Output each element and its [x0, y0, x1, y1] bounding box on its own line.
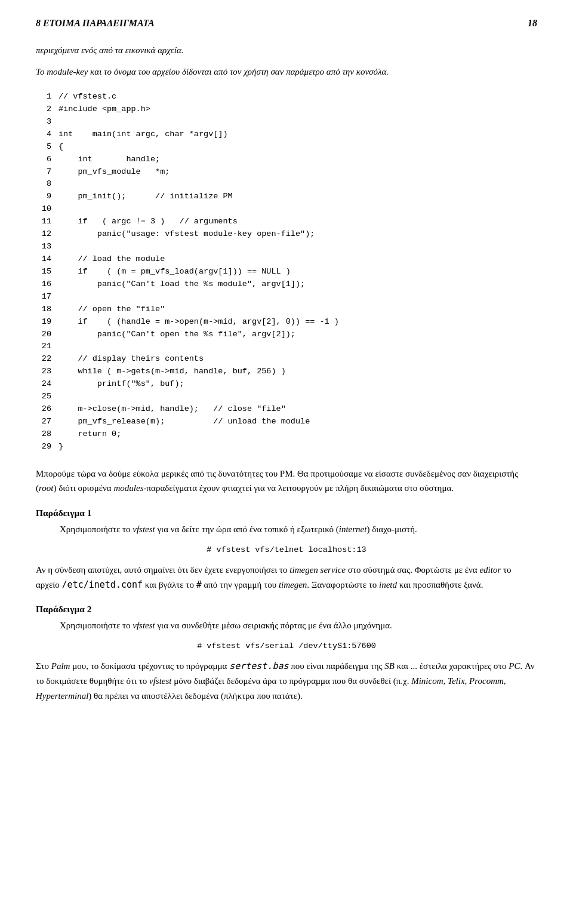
example2-description: Χρησιμοποιήστε το vfstest για να συνδεθή…: [60, 618, 537, 633]
code-line: 2#include <pm_app.h>: [36, 103, 537, 116]
line-content: return 0;: [58, 428, 537, 441]
header-left: 8 ΕΤΟΙΜΑ ΠΑΡΑΔΕΙΓΜΑΤΑ: [36, 18, 155, 29]
line-content: // display theirs contents: [58, 353, 537, 366]
line-number: 17: [36, 291, 58, 303]
example2-followup: Στο Palm μου, το δοκίμασα τρέχοντας το π…: [36, 659, 537, 703]
line-number: 8: [36, 178, 58, 191]
code-line: 24 printf("%s", buf);: [36, 378, 537, 391]
line-number: 22: [36, 353, 58, 366]
line-number: 16: [36, 278, 58, 291]
line-number: 9: [36, 191, 58, 203]
line-number: 7: [36, 166, 58, 179]
line-number: 27: [36, 416, 58, 428]
code-line: 10: [36, 203, 537, 216]
code-line: 14 // load the module: [36, 253, 537, 266]
line-number: 25: [36, 391, 58, 403]
example2-title: Παράδειγμα 2: [36, 604, 537, 615]
code-line: 1// vfstest.c: [36, 91, 537, 103]
line-number: 19: [36, 316, 58, 329]
code-line: 29}: [36, 441, 537, 453]
line-number: 11: [36, 216, 58, 228]
example2-command: # vfstest vfs/serial /dev/ttyS1:57600: [36, 641, 537, 650]
line-content: {: [58, 141, 537, 154]
line-content: m->close(m->mid, handle); // close "file…: [58, 403, 537, 416]
paragraph1: Μπορούμε τώρα να δούμε εύκολα μερικές απ…: [36, 466, 537, 496]
code-line: 12 panic("usage: vfstest module-key open…: [36, 228, 537, 241]
line-content: printf("%s", buf);: [58, 378, 537, 391]
code-line: 13: [36, 241, 537, 253]
code-line: 9 pm_init(); // initialize PM: [36, 191, 537, 203]
page-header: 8 ΕΤΟΙΜΑ ΠΑΡΑΔΕΙΓΜΑΤΑ 18: [36, 18, 537, 29]
line-number: 18: [36, 303, 58, 316]
line-number: 13: [36, 241, 58, 253]
intro-line2: Το module-key και το όνομα του αρχείου δ…: [36, 65, 537, 79]
header-right: 18: [528, 18, 537, 29]
line-number: 21: [36, 340, 58, 353]
line-content: // vfstest.c: [58, 91, 537, 103]
line-number: 20: [36, 329, 58, 341]
example1-command: # vfstest vfs/telnet localhost:13: [36, 545, 537, 554]
code-block: 1// vfstest.c2#include <pm_app.h>34int m…: [36, 91, 537, 453]
code-line: 18 // open the "file": [36, 303, 537, 316]
line-number: 5: [36, 141, 58, 154]
example1-followup: Αν η σύνδεση αποτύχει, αυτό σημαίνει ότι…: [36, 563, 537, 593]
code-line: 4int main(int argc, char *argv[]): [36, 128, 537, 141]
code-line: 17: [36, 291, 537, 303]
line-content: while ( m->gets(m->mid, handle, buf, 256…: [58, 366, 537, 378]
code-line: 19 if ( (handle = m->open(m->mid, argv[2…: [36, 316, 537, 329]
code-line: 25: [36, 391, 537, 403]
line-number: 4: [36, 128, 58, 141]
line-number: 14: [36, 253, 58, 266]
example1-description: Χρησιμοποιήστε το vfstest για να δείτε τ…: [60, 522, 537, 537]
line-number: 2: [36, 103, 58, 116]
line-number: 29: [36, 441, 58, 453]
code-line: 27 pm_vfs_release(m); // unload the modu…: [36, 416, 537, 428]
line-content: }: [58, 441, 537, 453]
code-line: 21: [36, 340, 537, 353]
line-content: // open the "file": [58, 303, 537, 316]
example2-block: Χρησιμοποιήστε το vfstest για να συνδεθή…: [60, 618, 537, 633]
code-line: 22 // display theirs contents: [36, 353, 537, 366]
line-content: int handle;: [58, 154, 537, 166]
line-number: 28: [36, 428, 58, 441]
code-line: 23 while ( m->gets(m->mid, handle, buf, …: [36, 366, 537, 378]
line-number: 10: [36, 203, 58, 216]
line-content: pm_vfs_release(m); // unload the module: [58, 416, 537, 428]
code-line: 26 m->close(m->mid, handle); // close "f…: [36, 403, 537, 416]
intro-line1: περιεχόμενα ενός από τα εικονικά αρχεία.: [36, 43, 537, 57]
line-content: pm_vfs_module *m;: [58, 166, 537, 179]
line-content: if ( (handle = m->open(m->mid, argv[2], …: [58, 316, 537, 329]
code-line: 20 panic("Can't open the %s file", argv[…: [36, 329, 537, 341]
line-content: panic("usage: vfstest module-key open-fi…: [58, 228, 537, 241]
line-content: panic("Can't open the %s file", argv[2])…: [58, 329, 537, 341]
line-number: 3: [36, 116, 58, 128]
line-content: if ( argc != 3 ) // arguments: [58, 216, 537, 228]
line-number: 23: [36, 366, 58, 378]
line-number: 26: [36, 403, 58, 416]
code-line: 11 if ( argc != 3 ) // arguments: [36, 216, 537, 228]
line-content: pm_init(); // initialize PM: [58, 191, 537, 203]
line-content: int main(int argc, char *argv[]): [58, 128, 537, 141]
line-number: 6: [36, 154, 58, 166]
line-number: 24: [36, 378, 58, 391]
line-content: if ( (m = pm_vfs_load(argv[1])) == NULL …: [58, 266, 537, 278]
code-line: 8: [36, 178, 537, 191]
line-number: 12: [36, 228, 58, 241]
line-content: panic("Can't load the %s module", argv[1…: [58, 278, 537, 291]
code-line: 3: [36, 116, 537, 128]
example1-block: Χρησιμοποιήστε το vfstest για να δείτε τ…: [60, 522, 537, 537]
code-line: 15 if ( (m = pm_vfs_load(argv[1])) == NU…: [36, 266, 537, 278]
code-line: 6 int handle;: [36, 154, 537, 166]
line-number: 15: [36, 266, 58, 278]
example1-title: Παράδειγμα 1: [36, 508, 537, 518]
line-number: 1: [36, 91, 58, 103]
code-line: 7 pm_vfs_module *m;: [36, 166, 537, 179]
code-line: 16 panic("Can't load the %s module", arg…: [36, 278, 537, 291]
line-content: // load the module: [58, 253, 537, 266]
code-line: 5{: [36, 141, 537, 154]
code-line: 28 return 0;: [36, 428, 537, 441]
line-content: #include <pm_app.h>: [58, 103, 537, 116]
